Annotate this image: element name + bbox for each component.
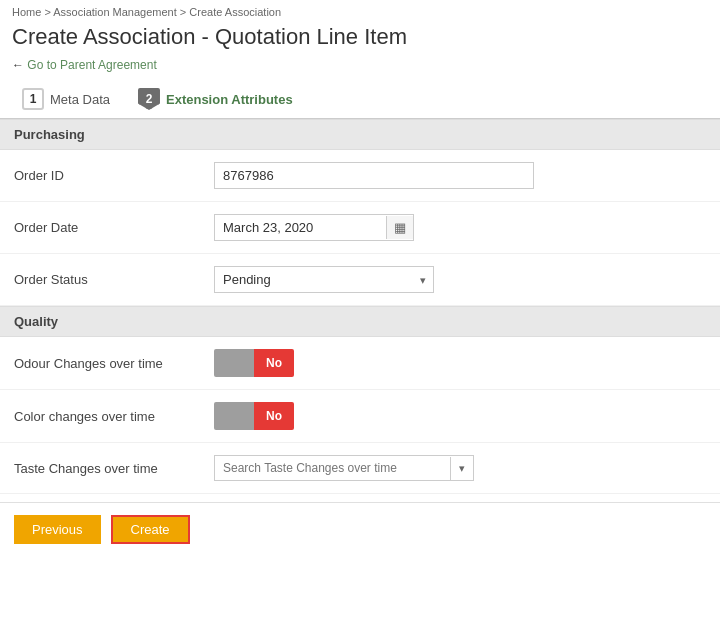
odour-changes-row: Odour Changes over time No xyxy=(0,337,720,390)
purchasing-section: Purchasing Order ID Order Date ▦ Order S… xyxy=(0,119,720,306)
previous-button[interactable]: Previous xyxy=(14,515,101,544)
create-button[interactable]: Create xyxy=(111,515,190,544)
toggle-left-side xyxy=(214,402,254,430)
taste-changes-label: Taste Changes over time xyxy=(14,461,214,476)
quality-section-header: Quality xyxy=(0,306,720,337)
color-changes-toggle[interactable]: No xyxy=(214,402,294,430)
breadcrumb-home[interactable]: Home xyxy=(12,6,41,18)
breadcrumb: Home > Association Management > Create A… xyxy=(0,0,720,20)
purchasing-section-header: Purchasing xyxy=(0,119,720,150)
order-status-select-wrap: Pending Active Closed ▾ xyxy=(214,266,434,293)
order-id-control xyxy=(214,162,534,189)
order-id-input[interactable] xyxy=(214,162,534,189)
taste-changes-control: ▾ xyxy=(214,455,534,481)
arrow-left-icon: ← xyxy=(12,58,24,72)
toggle-left-side xyxy=(214,349,254,377)
tab-meta-data[interactable]: 1 Meta Data xyxy=(8,80,124,118)
order-status-row: Order Status Pending Active Closed ▾ xyxy=(0,254,720,306)
parent-link-container: ← Go to Parent Agreement xyxy=(0,56,720,80)
taste-dropdown-chevron-icon[interactable]: ▾ xyxy=(450,457,473,480)
calendar-icon[interactable]: ▦ xyxy=(386,216,413,239)
content-area: Purchasing Order ID Order Date ▦ Order S… xyxy=(0,119,720,494)
order-id-row: Order ID xyxy=(0,150,720,202)
date-input-wrap: ▦ xyxy=(214,214,414,241)
taste-changes-row: Taste Changes over time ▾ xyxy=(0,443,720,494)
go-to-parent-agreement-link[interactable]: Go to Parent Agreement xyxy=(27,58,156,72)
taste-changes-search-input[interactable] xyxy=(215,456,450,480)
footer-bar: Previous Create xyxy=(0,502,720,556)
page-title: Create Association - Quotation Line Item xyxy=(0,20,720,56)
order-date-control: ▦ xyxy=(214,214,534,241)
tab-extension-attributes-badge: 2 xyxy=(138,88,160,110)
breadcrumb-association-management[interactable]: Association Management xyxy=(53,6,177,18)
order-date-label: Order Date xyxy=(14,220,214,235)
order-date-input[interactable] xyxy=(215,215,386,240)
order-date-row: Order Date ▦ xyxy=(0,202,720,254)
taste-search-dropdown-wrap: ▾ xyxy=(214,455,474,481)
color-changes-control: No xyxy=(214,402,534,430)
order-status-label: Order Status xyxy=(14,272,214,287)
tabs-row: 1 Meta Data 2 Extension Attributes xyxy=(0,80,720,119)
tab-meta-data-label: Meta Data xyxy=(50,92,110,107)
tab-extension-attributes-label: Extension Attributes xyxy=(166,92,293,107)
tab-extension-attributes[interactable]: 2 Extension Attributes xyxy=(124,80,307,118)
order-status-control: Pending Active Closed ▾ xyxy=(214,266,534,293)
order-status-select[interactable]: Pending Active Closed xyxy=(214,266,434,293)
odour-changes-label: Odour Changes over time xyxy=(14,356,214,371)
breadcrumb-create-association: Create Association xyxy=(189,6,281,18)
odour-changes-toggle[interactable]: No xyxy=(214,349,294,377)
color-changes-label: Color changes over time xyxy=(14,409,214,424)
quality-section: Quality Odour Changes over time No Color… xyxy=(0,306,720,494)
toggle-right-no: No xyxy=(254,349,294,377)
order-id-label: Order ID xyxy=(14,168,214,183)
toggle-right-no: No xyxy=(254,402,294,430)
tab-meta-data-badge: 1 xyxy=(22,88,44,110)
odour-changes-control: No xyxy=(214,349,534,377)
color-changes-row: Color changes over time No xyxy=(0,390,720,443)
